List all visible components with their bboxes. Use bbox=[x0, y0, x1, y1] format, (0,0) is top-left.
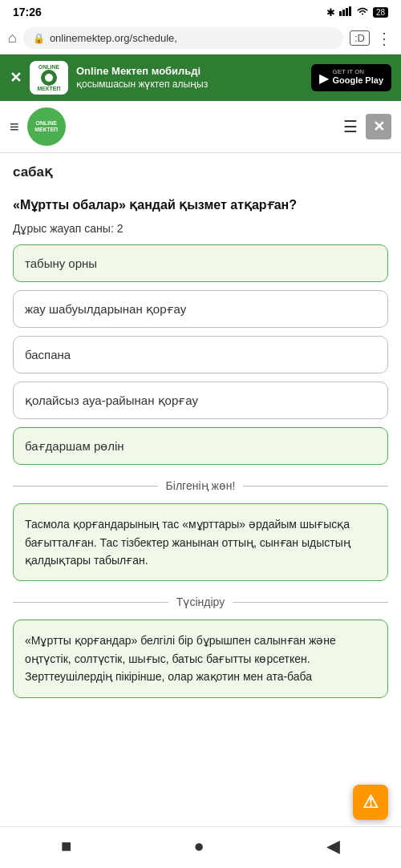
bilgeni-label: Білгенің жөн! bbox=[166, 479, 236, 492]
nav-back-button[interactable]: ◀ bbox=[326, 836, 340, 857]
answer-option-4[interactable]: қолайсыз ауа-райынан қорғау bbox=[13, 382, 388, 419]
svg-rect-0 bbox=[339, 11, 342, 16]
nav-square-button[interactable]: ■ bbox=[61, 836, 71, 857]
banner-text: Online Мектеп мобильді қосымшасын жүктеп… bbox=[76, 65, 303, 91]
svg-rect-1 bbox=[342, 10, 345, 16]
banner-close-button[interactable]: ✕ bbox=[10, 69, 22, 87]
banner-logo-circle bbox=[41, 70, 57, 86]
answer-option-2[interactable]: жау шабуылдарынан қорғау bbox=[13, 290, 388, 328]
bluetooth-icon: ✱ bbox=[326, 6, 335, 18]
close-button[interactable]: ✕ bbox=[366, 114, 391, 139]
lesson-title: сабақ bbox=[13, 163, 388, 182]
list-view-icon[interactable]: ☰ bbox=[343, 117, 358, 136]
question-title: «Мұртты обалар» қандай қызмет атқарған? bbox=[13, 196, 388, 214]
explain-text: «Мұртты қорғандар» белгілі бір бұрышпен … bbox=[25, 634, 336, 683]
home-icon[interactable]: ⌂ bbox=[8, 30, 17, 46]
banner-sub-text: қосымшасын жүктеп алыңыз bbox=[76, 79, 303, 91]
tusindiru-label: Түсіндіру bbox=[176, 595, 225, 608]
battery-badge: 28 bbox=[373, 7, 388, 18]
banner-logo-top: ONLINE bbox=[38, 64, 59, 70]
menu-dots-icon[interactable]: ⋮ bbox=[376, 29, 393, 48]
app-logo: ONLINEМЕКТЕП bbox=[27, 107, 66, 146]
play-icon: ▶ bbox=[319, 71, 329, 86]
svg-rect-2 bbox=[346, 8, 348, 16]
nav-circle-button[interactable]: ● bbox=[193, 836, 204, 857]
banner-main-text: Online Мектеп мобильді bbox=[76, 65, 303, 79]
lock-icon: 🔒 bbox=[33, 33, 45, 44]
google-play-button[interactable]: ▶ GET IT ON Google Play bbox=[311, 64, 391, 91]
browser-bar: ⌂ 🔒 onlinemektep.org/schedule, :D ⋮ bbox=[0, 22, 401, 55]
green-banner: ✕ ONLINE МЕКТЕП Online Мектеп мобильді қ… bbox=[0, 55, 401, 101]
app-header: ≡ ONLINEМЕКТЕП ☰ ✕ bbox=[0, 101, 401, 153]
google-play-label: GET IT ON bbox=[332, 69, 383, 75]
google-play-text: GET IT ON Google Play bbox=[332, 69, 383, 86]
wifi-icon bbox=[356, 6, 369, 18]
google-play-name: Google Play bbox=[332, 75, 383, 86]
status-icons: ✱ 28 bbox=[326, 6, 388, 18]
warning-icon: ⚠ bbox=[363, 792, 379, 813]
bilgeni-divider: Білгенің жөн! bbox=[13, 479, 388, 492]
banner-logo: ONLINE МЕКТЕП bbox=[30, 61, 68, 95]
answer-option-5[interactable]: бағдаршам рөлін bbox=[13, 427, 388, 465]
banner-logo-bottom: МЕКТЕП bbox=[38, 86, 61, 91]
status-bar: 17:26 ✱ 28 bbox=[0, 0, 401, 22]
status-time: 17:26 bbox=[13, 6, 42, 18]
signal-icon bbox=[339, 6, 352, 18]
explain-box: «Мұртты қорғандар» белгілі бір бұрышпен … bbox=[13, 620, 388, 697]
answer-option-3[interactable]: баспана bbox=[13, 336, 388, 373]
tusindiru-divider: Түсіндіру bbox=[13, 595, 388, 608]
app-logo-text: ONLINEМЕКТЕП bbox=[34, 120, 58, 132]
tab-icon[interactable]: :D bbox=[350, 30, 370, 46]
main-content: сабақ «Мұртты обалар» қандай қызмет атқа… bbox=[0, 153, 401, 721]
url-text: onlinemektep.org/schedule, bbox=[50, 32, 334, 44]
hamburger-icon[interactable]: ≡ bbox=[10, 118, 19, 136]
bottom-nav: ■ ● ◀ bbox=[0, 826, 401, 868]
warning-fab-button[interactable]: ⚠ bbox=[353, 785, 388, 820]
correct-count: Дұрыс жауап саны: 2 bbox=[13, 222, 388, 235]
url-bar[interactable]: 🔒 onlinemektep.org/schedule, bbox=[23, 27, 343, 49]
info-text: Тасмола қорғандарының тас «мұрттары» әрд… bbox=[25, 518, 350, 567]
answer-option-1[interactable]: табыну орны bbox=[13, 244, 388, 282]
info-box: Тасмола қорғандарының тас «мұрттары» әрд… bbox=[13, 503, 388, 581]
svg-rect-3 bbox=[349, 6, 351, 16]
